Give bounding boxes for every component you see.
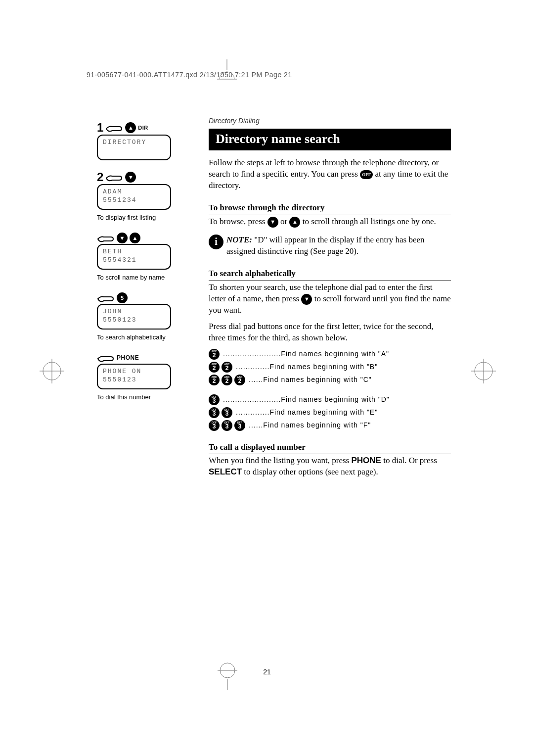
right-column: Directory Dialing Directory name search …: [209, 117, 451, 483]
kp-row-a: ABC2 ........................Find names …: [209, 349, 451, 360]
select-button-text: SELECT: [209, 467, 242, 476]
keypad-example-block-3: DEF3 ........................Find names …: [209, 394, 451, 431]
lcd5-line1: PHONE ON: [103, 368, 165, 375]
keypad-3-icon: DEF3: [234, 420, 245, 431]
phone-button-label: PHONE: [117, 354, 139, 361]
up-arrow-button-icon: ▲: [130, 233, 140, 243]
scroll-row: ▼ ▲: [97, 232, 183, 244]
registration-mark-right: [469, 356, 498, 386]
pointing-hand-icon: [97, 352, 115, 364]
keypad-3-icon: DEF3: [222, 420, 232, 431]
caption-scroll: To scroll name by name: [97, 274, 183, 281]
lcd-screen-1: DIRECTORY: [97, 135, 171, 160]
lcd-screen-2: ADAM 5551234: [97, 184, 171, 210]
lcd1-line1: DIRECTORY: [103, 139, 165, 146]
body-text: Follow the steps at left to browse throu…: [209, 157, 451, 478]
note-text-wrap: NOTE: "D" will appear in the display if …: [226, 235, 451, 257]
keypad-2-icon: ABC2: [234, 375, 245, 385]
lcd-screen-3: BETH 5554321: [97, 244, 171, 270]
down-arrow-button-icon: ▼: [267, 217, 278, 228]
keypad-2-icon: ABC2: [222, 362, 232, 373]
lcd2-line1: ADAM: [103, 188, 165, 195]
keypad-3-icon: DEF3: [209, 407, 220, 418]
pointing-hand-icon: [105, 122, 123, 134]
note-block: i NOTE: "D" will appear in the display i…: [209, 235, 451, 257]
up-arrow-button-icon: ▲: [125, 122, 136, 133]
note-label: NOTE:: [226, 235, 252, 244]
pointing-hand-icon: [105, 171, 123, 183]
browse-paragraph: To browse, press ▼ or ▲ to scroll throug…: [209, 216, 451, 228]
kp-text-e: ..............Find names beginning with …: [236, 408, 378, 417]
crop-mark-top: [212, 59, 242, 89]
lcd4-line1: JOHN: [103, 308, 165, 315]
kp-text-d: ........................Find names begin…: [223, 395, 390, 404]
kp-row-c: ABC2 ABC2 ABC2 ......Find names beginnin…: [209, 375, 451, 385]
page-title: Directory name search: [209, 129, 451, 150]
caption-alpha: To search alphabetically: [97, 333, 183, 341]
keypad-2-icon: ABC2: [209, 362, 220, 373]
off-button-icon: OFF: [360, 170, 373, 179]
registration-mark-left: [37, 356, 67, 386]
call-text-c: to display other options (see next page)…: [244, 467, 378, 476]
call-paragraph: When you find the listing you want, pres…: [209, 455, 451, 478]
kp-text-c: ......Find names beginning with "C": [249, 375, 372, 384]
page-number: 21: [0, 668, 534, 676]
lcd-screen-5: PHONE ON 5550123: [97, 364, 171, 389]
note-text: "D" will appear in the display if the en…: [226, 235, 425, 256]
keypad-3-icon: DEF3: [222, 407, 232, 418]
kp-row-e: DEF3 DEF3 ..............Find names begin…: [209, 407, 451, 418]
lcd3-line2: 5554321: [103, 256, 165, 264]
breadcrumb: Directory Dialing: [209, 117, 451, 125]
intro-paragraph: Follow the steps at left to browse throu…: [209, 157, 451, 191]
keypad-2-icon: ABC2: [222, 375, 232, 385]
browse-text-a: To browse, press: [209, 217, 267, 226]
heading-alpha: To search alphabetically: [209, 268, 451, 281]
keypad-3-icon: DEF3: [209, 420, 220, 431]
browse-text-c: to scroll through all listings one by on…: [303, 217, 436, 226]
keypad-2-icon: ABC2: [209, 375, 220, 385]
print-header: 91-005677-041-000.ATT1477.qxd 2/13/1950 …: [87, 71, 292, 79]
step-2-row: 2 ▼: [97, 170, 183, 184]
keypad-5-icon: 5: [117, 292, 128, 303]
left-column: 1 ▲ DIR DIRECTORY 2 ▼ ADAM 5551234 To di…: [97, 119, 183, 401]
pointing-hand-icon: [97, 292, 115, 304]
call-text-b: to dial. Or press: [383, 456, 437, 465]
down-arrow-button-icon: ▼: [125, 172, 136, 183]
keypad-3-icon: DEF3: [209, 394, 220, 405]
browse-text-b: or: [280, 217, 289, 226]
step-1-number: 1: [97, 121, 103, 135]
lcd3-line1: BETH: [103, 248, 165, 255]
lcd5-line2: 5550123: [103, 376, 165, 383]
up-arrow-button-icon: ▲: [289, 217, 300, 228]
kp-text-f: ......Find names beginning with "F": [249, 421, 371, 430]
kp-row-f: DEF3 DEF3 DEF3 ......Find names beginnin…: [209, 420, 451, 431]
dir-label: DIR: [138, 125, 148, 131]
caption-dial: To dial this number: [97, 393, 183, 401]
heading-browse: To browse through the directory: [209, 202, 451, 215]
kp-row-b: ABC2 ABC2 ..............Find names begin…: [209, 362, 451, 373]
pointing-hand-icon: [97, 232, 115, 244]
alpha-row: 5: [97, 292, 183, 304]
alpha-paragraph-1: To shorten your search, use the telephon…: [209, 282, 451, 316]
step-1-row: 1 ▲ DIR: [97, 121, 183, 135]
phone-button-text: PHONE: [352, 456, 381, 465]
call-text-a: When you find the listing you want, pres…: [209, 456, 352, 465]
keypad-2-icon: ABC2: [209, 349, 220, 360]
down-arrow-button-icon: ▼: [301, 294, 312, 305]
lcd4-line2: 5550123: [103, 316, 165, 324]
phone-row: PHONE: [97, 352, 183, 364]
step-2-number: 2: [97, 170, 103, 184]
kp-row-d: DEF3 ........................Find names …: [209, 394, 451, 405]
caption-first-listing: To display first listing: [97, 214, 183, 221]
info-icon: i: [209, 235, 223, 249]
keypad-example-block-2: ABC2 ........................Find names …: [209, 349, 451, 385]
lcd2-line2: 5551234: [103, 196, 165, 204]
kp-text-a: ........................Find names begin…: [223, 349, 389, 359]
alpha-paragraph-2: Press dial pad buttons once for the firs…: [209, 321, 451, 344]
heading-call: To call a displayed number: [209, 442, 451, 455]
lcd-screen-4: JOHN 5550123: [97, 304, 171, 330]
kp-text-b: ..............Find names beginning with …: [236, 362, 378, 372]
down-arrow-button-icon: ▼: [117, 233, 128, 243]
